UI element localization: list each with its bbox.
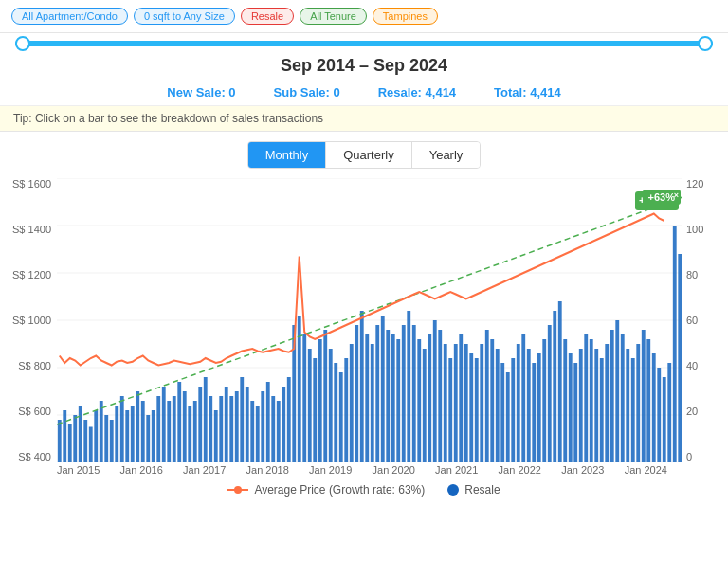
slider-thumb-left[interactable] <box>15 36 30 51</box>
svg-rect-121 <box>652 353 656 462</box>
stat-resale-value: 4,414 <box>426 85 457 99</box>
svg-rect-94 <box>511 358 515 462</box>
svg-rect-76 <box>417 339 421 462</box>
svg-rect-107 <box>579 349 583 462</box>
filter-apartment[interactable]: All Apartment/Condo <box>11 8 128 25</box>
x-label-7: Jan 2022 <box>499 464 541 476</box>
svg-rect-122 <box>657 368 661 462</box>
svg-rect-35 <box>204 377 208 462</box>
y-right-40: 40 <box>686 360 698 371</box>
svg-rect-25 <box>152 410 155 462</box>
slider-track[interactable] <box>15 41 713 46</box>
svg-rect-40 <box>229 396 233 462</box>
svg-rect-51 <box>287 377 291 462</box>
svg-rect-56 <box>313 358 317 462</box>
x-label-5: Jan 2020 <box>373 464 415 476</box>
btn-quarterly[interactable]: Quarterly <box>326 142 411 168</box>
x-label-2: Jan 2017 <box>183 464 226 476</box>
svg-rect-10 <box>73 415 77 462</box>
y-right-80: 80 <box>686 269 698 280</box>
svg-rect-85 <box>464 344 468 462</box>
date-slider-container <box>0 33 728 50</box>
filter-size[interactable]: 0 sqft to Any Size <box>134 8 235 25</box>
svg-rect-73 <box>402 325 406 462</box>
svg-rect-60 <box>334 363 337 462</box>
svg-rect-34 <box>198 387 202 462</box>
svg-rect-90 <box>490 339 494 462</box>
svg-rect-78 <box>428 334 431 462</box>
y-axis-left: S$ 1600 S$ 1400 S$ 1200 S$ 1000 S$ 800 S… <box>8 178 57 462</box>
svg-line-127 <box>57 197 682 424</box>
svg-rect-101 <box>548 325 552 462</box>
svg-rect-82 <box>448 358 452 462</box>
stat-total-label: Total: <box>494 85 526 99</box>
svg-rect-114 <box>615 320 619 462</box>
svg-rect-104 <box>563 339 567 462</box>
x-label-9: Jan 2024 <box>625 464 667 476</box>
x-label-6: Jan 2021 <box>435 464 478 476</box>
chart-area: S$ 1600 S$ 1400 S$ 1200 S$ 1000 S$ 800 S… <box>8 178 717 462</box>
svg-rect-83 <box>454 344 458 462</box>
legend-avg-price-label: Average Price (Growth rate: 63%) <box>254 483 425 497</box>
y-right-100: 100 <box>686 224 703 235</box>
svg-rect-124 <box>667 363 671 462</box>
x-label-3: Jan 2018 <box>246 464 289 476</box>
svg-rect-91 <box>496 349 500 462</box>
svg-rect-8 <box>63 410 66 462</box>
svg-rect-86 <box>469 353 473 462</box>
svg-rect-97 <box>527 349 531 462</box>
svg-rect-41 <box>235 391 239 462</box>
svg-rect-81 <box>444 344 447 462</box>
filter-bar: All Apartment/Condo 0 sqft to Any Size R… <box>0 0 728 33</box>
svg-rect-77 <box>423 349 427 462</box>
stats-row: New Sale: 0 Sub Sale: 0 Resale: 4,414 To… <box>0 80 728 106</box>
btn-monthly[interactable]: Monthly <box>248 142 327 168</box>
chart-svg: +63% × <box>57 178 682 462</box>
svg-rect-65 <box>360 311 364 462</box>
svg-rect-12 <box>83 420 87 462</box>
stat-new-sale: New Sale: 0 <box>167 85 235 99</box>
svg-rect-29 <box>173 396 176 462</box>
svg-rect-18 <box>115 406 118 462</box>
svg-rect-120 <box>646 339 650 462</box>
svg-rect-69 <box>381 316 385 462</box>
filter-location[interactable]: Tampines <box>373 8 438 25</box>
svg-rect-115 <box>621 334 625 462</box>
svg-rect-47 <box>266 382 270 462</box>
svg-rect-32 <box>188 406 191 462</box>
y-right-60: 60 <box>686 315 698 326</box>
svg-rect-24 <box>146 415 150 462</box>
svg-rect-64 <box>355 325 358 462</box>
stat-sub-sale-label: Sub Sale: <box>274 85 330 99</box>
date-range-label: Sep 2014 – Sep 2024 <box>0 50 728 80</box>
svg-rect-14 <box>94 410 98 462</box>
svg-rect-49 <box>277 401 281 462</box>
svg-rect-15 <box>100 401 103 462</box>
svg-rect-125 <box>673 226 677 462</box>
svg-rect-100 <box>542 339 546 462</box>
filter-resale[interactable]: Resale <box>241 8 294 25</box>
svg-rect-113 <box>610 330 614 462</box>
slider-thumb-right[interactable] <box>698 36 713 51</box>
svg-rect-71 <box>391 334 395 462</box>
x-label-8: Jan 2023 <box>561 464 604 476</box>
svg-rect-106 <box>573 363 577 462</box>
svg-rect-61 <box>339 372 343 462</box>
filter-tenure[interactable]: All Tenure <box>300 8 367 25</box>
svg-rect-111 <box>600 358 604 462</box>
svg-point-133 <box>447 484 459 496</box>
svg-rect-57 <box>318 339 322 462</box>
y-right-0: 0 <box>686 451 692 462</box>
svg-rect-108 <box>584 334 588 462</box>
bars-group <box>58 226 682 462</box>
svg-rect-68 <box>375 325 379 462</box>
stat-total-value: 4,414 <box>530 85 561 99</box>
svg-rect-9 <box>68 424 72 462</box>
svg-rect-26 <box>156 396 160 462</box>
svg-rect-66 <box>365 334 369 462</box>
svg-rect-126 <box>678 254 682 462</box>
svg-rect-45 <box>256 406 260 462</box>
svg-rect-102 <box>553 311 556 462</box>
btn-yearly[interactable]: Yearly <box>412 142 481 168</box>
svg-rect-59 <box>329 349 333 462</box>
